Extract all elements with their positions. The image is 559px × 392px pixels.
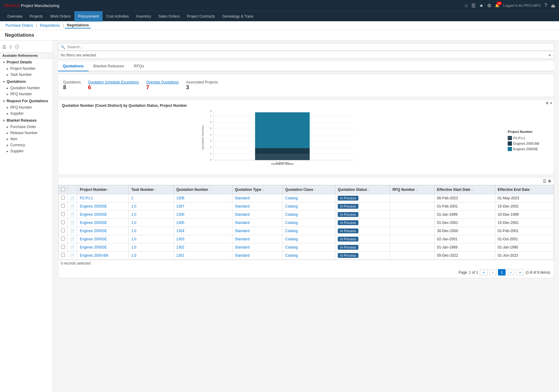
page-next-btn[interactable]: › xyxy=(507,269,514,275)
quotation-link[interactable]: 1306 xyxy=(176,212,185,217)
sidebar-group-header-project-details[interactable]: ▼ Project Details xyxy=(0,59,53,66)
hamburger-icon[interactable]: ☰ xyxy=(471,3,476,8)
col-project-number[interactable]: Project Number ↕ xyxy=(77,185,129,194)
row-checkbox[interactable] xyxy=(61,237,65,241)
row-checkbox[interactable] xyxy=(61,220,65,224)
col-checkbox[interactable] xyxy=(59,185,68,194)
class-link[interactable]: Catalog xyxy=(285,237,298,241)
type-link[interactable]: Standard xyxy=(235,221,250,225)
page-prev-btn[interactable]: ‹ xyxy=(490,269,496,275)
project-link[interactable]: Engines 2000SE xyxy=(80,229,107,233)
task-link[interactable]: 1 xyxy=(131,196,133,200)
row-checkbox-cell[interactable] xyxy=(59,194,68,202)
row-checkbox-cell[interactable] xyxy=(59,227,68,235)
sidebar-share-icon[interactable]: ⇧ xyxy=(9,45,12,49)
task-link[interactable]: 1.0 xyxy=(131,245,136,249)
col-quotation-number[interactable]: Quotation Number ↓ xyxy=(174,185,232,194)
subnav-requisitions[interactable]: Requisitions xyxy=(38,23,62,28)
sidebar-menu-icon[interactable]: ☰ xyxy=(2,45,6,49)
class-link[interactable]: Catalog xyxy=(285,253,298,258)
task-link[interactable]: 1.0 xyxy=(131,229,136,233)
sidebar-group-header-blanket-releases[interactable]: ▼ Blanket Releases xyxy=(0,117,53,124)
task-link[interactable]: 1.0 xyxy=(131,237,136,241)
quotation-link[interactable]: 1304 xyxy=(176,229,185,233)
table-expand-icon[interactable]: ✥ xyxy=(548,179,551,184)
sidebar-info-icon[interactable]: ⓘ xyxy=(15,44,19,50)
row-checkbox-cell[interactable] xyxy=(59,235,68,243)
nav-work-orders[interactable]: Work Orders xyxy=(46,11,74,22)
table-settings-icon[interactable]: ☰ xyxy=(543,179,547,184)
row-checkbox-cell[interactable] xyxy=(59,219,68,227)
search-input[interactable] xyxy=(67,45,551,49)
sidebar-item-task-number[interactable]: ► Task Number xyxy=(0,72,53,78)
type-link[interactable]: Standard xyxy=(235,245,250,249)
sidebar-item-purchase-order[interactable]: ► Purchase Order xyxy=(0,124,53,130)
tab-rfqs[interactable]: RFQs xyxy=(129,61,149,71)
filter-save-icon[interactable]: ★ xyxy=(548,53,551,57)
row-checkbox[interactable] xyxy=(61,245,65,249)
project-link[interactable]: P2-PJ-1 xyxy=(80,196,93,200)
class-link[interactable]: Catalog xyxy=(285,221,298,225)
nav-projects[interactable]: Projects xyxy=(26,11,46,22)
project-link[interactable]: Engines 2000SE xyxy=(80,245,107,249)
schedule-exceptions-label[interactable]: Quotation Schedule Exceptions xyxy=(88,80,139,84)
row-checkbox[interactable] xyxy=(61,204,65,208)
nav-procurement[interactable]: Procurement xyxy=(74,11,103,22)
quotation-link[interactable]: 1308 xyxy=(176,196,185,200)
row-checkbox[interactable] xyxy=(61,228,65,232)
type-link[interactable]: Standard xyxy=(235,212,250,217)
chart-expand-icon[interactable]: ✥ ✦ xyxy=(546,101,553,105)
notification-bell[interactable]: 🔔 39 xyxy=(495,3,500,8)
col-quotation-status[interactable]: Quotation Status ↕ xyxy=(335,185,390,194)
type-link[interactable]: Standard xyxy=(235,229,250,233)
page-last-btn[interactable]: » xyxy=(516,269,524,275)
task-link[interactable]: 1.0 xyxy=(131,221,136,225)
sidebar-item-currency[interactable]: ► Currency xyxy=(0,142,53,148)
col-end-date[interactable]: Effective End Date ↕ xyxy=(495,185,554,194)
star-icon[interactable]: ★ xyxy=(479,3,483,8)
sidebar-item-quotation-number[interactable]: ► Quotation Number xyxy=(0,85,53,91)
task-link[interactable]: 1.0 xyxy=(131,253,136,258)
home-icon[interactable]: ⌂ xyxy=(465,3,468,8)
page-first-btn[interactable]: « xyxy=(480,269,487,275)
task-link[interactable]: 1.0 xyxy=(131,212,136,217)
class-link[interactable]: Catalog xyxy=(285,245,298,249)
bar-p2-pj1[interactable] xyxy=(255,154,310,160)
subnav-negotiations[interactable]: Negotiations xyxy=(65,22,91,29)
bar-engines-2000se[interactable] xyxy=(255,112,310,148)
tab-blanket-releases[interactable]: Blanket Releases xyxy=(89,61,129,71)
sidebar-group-header-rfq[interactable]: ▼ Request For Quotations xyxy=(0,98,53,104)
row-checkbox-cell[interactable] xyxy=(59,243,68,252)
class-link[interactable]: Catalog xyxy=(285,229,298,233)
col-rfq-number[interactable]: RFQ Number ↕ xyxy=(390,185,435,194)
help-icon[interactable]: ? xyxy=(544,3,547,8)
class-link[interactable]: Catalog xyxy=(285,196,298,200)
row-checkbox[interactable] xyxy=(61,212,65,216)
sidebar-item-supplier[interactable]: ► Supplier xyxy=(0,110,53,117)
power-icon[interactable]: ⏏ xyxy=(551,3,555,8)
row-checkbox-cell[interactable] xyxy=(59,202,68,211)
project-link[interactable]: Engines 2000SE xyxy=(80,237,107,241)
bar-engines-2000bill[interactable] xyxy=(255,148,310,154)
sidebar-item-rfq-number[interactable]: ► RFQ Number xyxy=(0,91,53,97)
quotation-link[interactable]: 1302 xyxy=(176,245,185,249)
project-link[interactable]: Engines 2000SE xyxy=(80,212,107,217)
project-link[interactable]: Engines 2000-Bill xyxy=(80,253,108,258)
tab-quotations[interactable]: Quotations xyxy=(58,61,89,71)
page-1-btn[interactable]: 1 xyxy=(498,269,506,275)
sidebar-item-supplier-2[interactable]: ► Supplier xyxy=(0,148,53,154)
row-checkbox[interactable] xyxy=(61,253,65,257)
row-checkbox[interactable] xyxy=(61,196,65,200)
subnav-purchase-orders[interactable]: Purchase Orders xyxy=(4,23,35,28)
nav-cost-activities[interactable]: Cost Activities xyxy=(103,11,133,22)
nav-inventory[interactable]: Inventory xyxy=(133,11,155,22)
sidebar-item-release-number[interactable]: ► Release Number xyxy=(0,130,53,136)
sidebar-item-item[interactable]: ► Item xyxy=(0,136,53,142)
sidebar-group-header-quotations[interactable]: ▼ Quotations xyxy=(0,78,53,85)
class-link[interactable]: Catalog xyxy=(285,212,298,217)
nav-sales-orders[interactable]: Sales Orders xyxy=(155,11,183,22)
nav-project-contracts[interactable]: Project Contracts xyxy=(183,11,219,22)
type-link[interactable]: Standard xyxy=(235,196,250,200)
project-link[interactable]: Engines 2000SE xyxy=(80,204,107,208)
nav-overview[interactable]: Overview xyxy=(4,11,26,22)
